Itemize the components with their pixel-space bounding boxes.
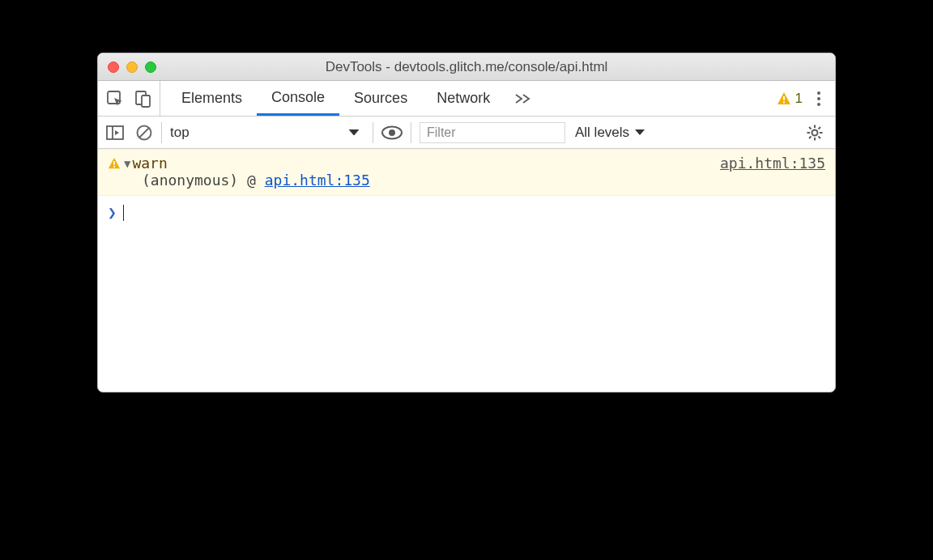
svg-rect-2 <box>142 95 150 107</box>
stack-link[interactable]: api.html:135 <box>265 172 370 189</box>
console-warning-entry[interactable]: ▼ warn api.html:135 (anonymous) @ api.ht… <box>98 149 835 196</box>
svg-point-11 <box>812 129 818 135</box>
text-cursor <box>123 205 124 221</box>
svg-line-19 <box>819 127 821 129</box>
warning-icon <box>108 157 121 170</box>
svg-line-8 <box>139 128 149 138</box>
tab-elements[interactable]: Elements <box>167 81 257 116</box>
warnings-indicator[interactable]: 1 <box>777 91 803 107</box>
close-window-button[interactable] <box>108 62 119 73</box>
svg-line-17 <box>819 136 821 138</box>
live-expression-icon[interactable] <box>381 125 403 140</box>
svg-rect-21 <box>113 166 115 168</box>
warning-icon <box>777 91 791 106</box>
zoom-window-button[interactable] <box>145 62 156 73</box>
svg-rect-20 <box>113 161 115 164</box>
traffic-lights <box>108 62 156 73</box>
svg-line-16 <box>809 127 812 129</box>
inspect-icon[interactable] <box>106 90 124 108</box>
context-value: top <box>170 125 190 141</box>
log-message: warn <box>132 155 167 172</box>
show-sidebar-icon[interactable] <box>106 125 124 141</box>
console-prompt[interactable]: ❯ <box>98 196 835 229</box>
chevron-down-icon <box>348 129 360 137</box>
svg-rect-3 <box>783 96 785 100</box>
execution-context-select[interactable]: top <box>170 125 364 141</box>
panel-tabs: Elements Console Sources Network <box>167 81 542 116</box>
tab-sources[interactable]: Sources <box>339 81 422 116</box>
clear-console-icon[interactable] <box>135 124 153 142</box>
chevron-down-icon <box>634 129 645 137</box>
devtools-window: DevTools - devtools.glitch.me/console/ap… <box>97 53 836 392</box>
more-tabs-button[interactable] <box>505 81 542 116</box>
stack-prefix: (anonymous) @ <box>142 172 265 189</box>
tab-console[interactable]: Console <box>257 81 339 116</box>
window-title: DevTools - devtools.glitch.me/console/ap… <box>98 59 835 75</box>
source-link[interactable]: api.html:135 <box>720 155 825 172</box>
minimize-window-button[interactable] <box>126 62 138 73</box>
svg-line-18 <box>809 136 812 138</box>
stack-frame: (anonymous) @ api.html:135 <box>108 172 825 189</box>
svg-rect-4 <box>783 101 785 103</box>
console-output: ▼ warn api.html:135 (anonymous) @ api.ht… <box>98 149 835 392</box>
expand-toggle-icon[interactable]: ▼ <box>124 157 130 170</box>
tab-network[interactable]: Network <box>422 81 505 116</box>
log-levels-select[interactable]: All levels <box>575 125 645 141</box>
prompt-chevron-icon: ❯ <box>108 204 117 221</box>
svg-point-10 <box>389 129 395 136</box>
titlebar: DevTools - devtools.glitch.me/console/ap… <box>98 53 835 81</box>
levels-label: All levels <box>575 125 629 141</box>
console-toolbar: top All levels <box>98 117 835 149</box>
settings-menu-button[interactable] <box>814 88 824 109</box>
warnings-count: 1 <box>795 91 803 107</box>
filter-input[interactable] <box>420 122 565 143</box>
device-toolbar-icon[interactable] <box>135 90 151 108</box>
panel-tabbar: Elements Console Sources Network 1 <box>98 81 835 117</box>
console-settings-icon[interactable] <box>806 124 824 142</box>
